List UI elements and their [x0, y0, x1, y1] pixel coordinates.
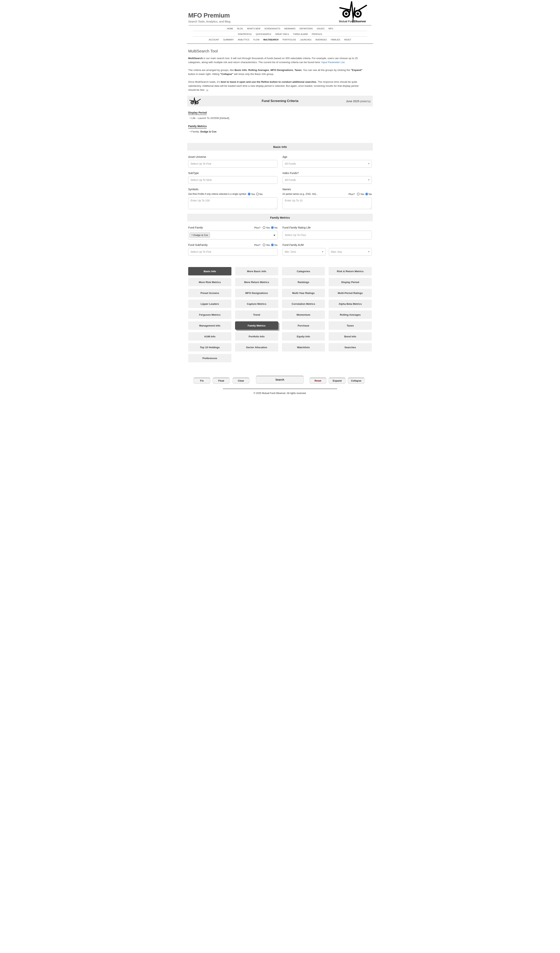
group-button-family-metrics[interactable]: Family Metrics	[235, 321, 278, 330]
fund-family-rating-life-input[interactable]	[283, 231, 372, 239]
expand-note-plus-icon[interactable]: +	[206, 89, 209, 92]
group-button-equity-info[interactable]: Equity Info	[282, 332, 325, 341]
nav-item-profiles[interactable]: PROFILES	[312, 33, 322, 35]
nav-item-webinars[interactable]: WEBINARS	[284, 28, 295, 30]
group-button-basic-info[interactable]: Basic Info	[188, 267, 231, 275]
float-button[interactable]: Float	[213, 377, 229, 383]
clear-field-icon[interactable]: ×	[274, 234, 275, 236]
subtype-input[interactable]	[188, 176, 277, 184]
fund-family-plus-yes-radio[interactable]	[263, 226, 265, 229]
symbols-yes-label: Yes	[251, 193, 255, 196]
group-button-ferguson-metrics[interactable]: Ferguson Metrics	[188, 310, 231, 319]
fund-family-multiselect[interactable]: ×Dodge & Cox ×	[188, 231, 277, 239]
nav-item-three-alarm[interactable]: THREE ALARM	[293, 33, 308, 35]
nav-item-mfo[interactable]: MFO	[328, 28, 333, 30]
group-button-bond-info[interactable]: Bond Info	[329, 332, 372, 341]
fund-subfamily-plus-no-radio[interactable]	[271, 244, 274, 246]
nav-item-great-owls[interactable]: GREAT OWLS	[275, 33, 289, 35]
asset-universe-input[interactable]	[188, 160, 277, 168]
group-button-purchase[interactable]: Purchase	[282, 321, 325, 330]
nav-item-home[interactable]: HOME	[227, 28, 233, 30]
group-button-searches[interactable]: Searches	[329, 343, 372, 351]
nav-bottom-divider	[187, 43, 373, 44]
aum-max-select[interactable]: Max: Any▼	[329, 248, 372, 256]
nav-item-portfolios[interactable]: PORTFOLIOS	[283, 39, 296, 41]
index-funds-select[interactable]: All Funds▼	[283, 176, 372, 184]
reset-button[interactable]: Reset	[309, 377, 326, 383]
nav-item-screenshots[interactable]: SCREENSHOTS	[265, 28, 280, 30]
names-plus-no-radio[interactable]	[365, 193, 368, 196]
nav-item-account[interactable]: ACCOUNT	[209, 39, 219, 41]
nav-item-quicksearch[interactable]: QUICKSEARCH	[256, 33, 271, 35]
criteria-period-stamp: [20250711]	[360, 100, 370, 102]
chevron-down-icon: ▼	[368, 251, 370, 253]
group-button-multi-period-ratings[interactable]: Multi-Period Ratings	[329, 289, 372, 297]
group-button-rankings[interactable]: Rankings	[282, 278, 325, 286]
nav-item-flow[interactable]: FLOW	[253, 39, 260, 41]
group-button-aum-info[interactable]: AUM Info	[188, 332, 231, 341]
names-label: Names	[283, 188, 291, 191]
aum-min-select[interactable]: Min: Zero▼	[283, 248, 326, 256]
age-select[interactable]: All Funds▼	[283, 160, 372, 168]
intro2-text-7: will show only the Basic Info group.	[233, 73, 274, 76]
names-textarea[interactable]	[283, 197, 372, 209]
expand-button[interactable]: Expand	[329, 377, 345, 383]
family-metrics-heading: Family Metrics	[188, 125, 207, 129]
nav-item-launches[interactable]: LAUNCHES	[300, 39, 311, 41]
nav-item-reset[interactable]: RESET	[344, 39, 351, 41]
group-button-watchlists[interactable]: Watchlists	[282, 343, 325, 351]
nav-item-blog[interactable]: BLOG	[237, 28, 243, 30]
group-button-more-basic-info[interactable]: More Basic Info	[235, 267, 278, 275]
search-button[interactable]: Search	[256, 376, 304, 383]
group-button-momentum[interactable]: Momentum	[282, 310, 325, 319]
subtype-field: SubType	[188, 171, 277, 184]
symbols-yes-radio[interactable]	[248, 193, 251, 196]
nav-item-issues[interactable]: ISSUES	[317, 28, 324, 30]
input-parameter-list-link[interactable]: Input Parameter List.	[321, 61, 345, 64]
nav-item-averages[interactable]: AVERAGES	[316, 39, 327, 41]
names-plus-yes-radio[interactable]	[357, 193, 360, 196]
group-button-capture-metrics[interactable]: Capture Metrics	[235, 300, 278, 308]
fund-family-rating-life-label: Fund Family Rating Life	[283, 226, 311, 229]
group-button-correlation-metrics[interactable]: Correlation Metrics	[282, 300, 325, 308]
group-button-risk-return-metrics[interactable]: Risk & Return Metrics	[329, 267, 372, 275]
nav-item-multisearch[interactable]: MULTISEARCH	[263, 39, 278, 41]
nav-item-riskprofile[interactable]: RISKPROFILE	[238, 33, 252, 35]
group-button-management-info[interactable]: Management Info	[188, 321, 231, 330]
nav-item-analytics[interactable]: ANALYTICS	[238, 39, 249, 41]
intro-paragraph-1: MultiSearch is our main search tool. It …	[188, 56, 365, 64]
group-button-trend[interactable]: Trend	[235, 310, 278, 319]
symbols-no-radio[interactable]	[256, 193, 259, 196]
intro3-bold-1: best to leave it open and use the Refine…	[221, 81, 316, 83]
nav-item-definitions[interactable]: DEFINITIONS	[299, 28, 313, 30]
group-button-sector-allocation[interactable]: Sector Allocation	[235, 343, 278, 351]
group-button-more-risk-metrics[interactable]: More Risk Metrics	[188, 278, 231, 286]
tag-remove-icon[interactable]: ×	[192, 234, 193, 236]
group-button-alpha-beta-metrics[interactable]: Alpha Beta Metrics	[329, 300, 372, 308]
nav-item-summary[interactable]: SUMMARY	[223, 39, 234, 41]
group-button-display-period[interactable]: Display Period	[329, 278, 372, 286]
group-button-taxes[interactable]: Taxes	[329, 321, 372, 330]
aum-max-value: Max: Any	[331, 250, 342, 253]
group-button-categories[interactable]: Categories	[282, 267, 325, 275]
clear-button[interactable]: Clear	[232, 377, 249, 383]
fix-button[interactable]: Fix	[193, 377, 210, 383]
collapse-button[interactable]: Collapse	[348, 377, 365, 383]
group-button-top-10-holdings[interactable]: Top 10 Holdings	[188, 343, 231, 351]
nav-item-families[interactable]: FAMILIES	[331, 39, 340, 41]
fund-subfamily-input[interactable]	[188, 248, 277, 256]
group-button-portfolio-info[interactable]: Portfolio Info	[235, 332, 278, 341]
fund-subfamily-plus-yes-radio[interactable]	[263, 244, 265, 246]
group-button-mfo-designations[interactable]: MFO Designations	[235, 289, 278, 297]
nav-item-whats-new[interactable]: WHAT'S NEW	[247, 28, 260, 30]
group-button-more-return-metrics[interactable]: More Return Metrics	[235, 278, 278, 286]
group-button-preferences[interactable]: Preferences	[188, 354, 231, 362]
group-button-lipper-leaders[interactable]: Lipper Leaders	[188, 300, 231, 308]
fund-family-plus-no-radio[interactable]	[271, 226, 274, 229]
symbols-textarea[interactable]	[188, 197, 277, 209]
group-button-rolling-averages[interactable]: Rolling Averages	[329, 310, 372, 319]
group-button-preset-screens[interactable]: Preset Screens	[188, 289, 231, 297]
fund-screening-criteria-bar: Fund Screening Criteria June 2025 [20250…	[187, 96, 373, 106]
group-button-multi-year-ratings[interactable]: Multi-Year Ratings	[282, 289, 325, 297]
svg-text:Mutual Fund: Mutual Fund	[339, 20, 354, 23]
